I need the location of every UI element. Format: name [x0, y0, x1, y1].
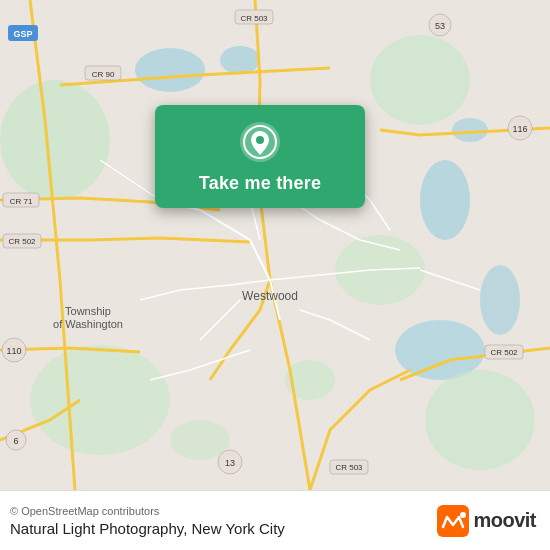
location-pin-icon — [239, 121, 281, 163]
svg-text:53: 53 — [435, 21, 445, 31]
bottom-bar: © OpenStreetMap contributors Natural Lig… — [0, 490, 550, 550]
svg-text:CR 503: CR 503 — [240, 14, 268, 23]
copyright-text: © OpenStreetMap contributors — [10, 505, 285, 517]
svg-point-3 — [420, 160, 470, 240]
svg-text:116: 116 — [512, 124, 527, 134]
svg-point-45 — [460, 512, 466, 518]
svg-text:CR 90: CR 90 — [92, 70, 115, 79]
take-me-there-button[interactable]: Take me there — [199, 173, 321, 194]
svg-point-6 — [480, 265, 520, 335]
svg-rect-44 — [437, 505, 469, 537]
svg-point-1 — [135, 48, 205, 92]
svg-point-7 — [0, 80, 110, 200]
svg-text:CR 503: CR 503 — [335, 463, 363, 472]
map-container: GSP CR 90 CR 503 53 CR 71 CR 502 116 110… — [0, 0, 550, 490]
svg-text:110: 110 — [6, 346, 21, 356]
svg-point-9 — [30, 345, 170, 455]
moovit-text: moovit — [473, 509, 536, 532]
svg-text:13: 13 — [225, 458, 235, 468]
location-name: Natural Light Photography, New York City — [10, 520, 285, 537]
svg-point-11 — [425, 370, 535, 470]
svg-text:CR 502: CR 502 — [8, 237, 36, 246]
svg-point-2 — [220, 46, 260, 74]
location-card: Take me there — [155, 105, 365, 208]
svg-point-8 — [370, 35, 470, 125]
svg-point-43 — [256, 136, 264, 144]
svg-text:of Washington: of Washington — [53, 318, 123, 330]
svg-text:CR 502: CR 502 — [490, 348, 518, 357]
svg-text:Westwood: Westwood — [242, 289, 298, 303]
svg-text:CR 71: CR 71 — [10, 197, 33, 206]
moovit-logo: moovit — [437, 505, 536, 537]
svg-point-4 — [452, 118, 488, 142]
svg-text:GSP: GSP — [13, 29, 32, 39]
svg-text:6: 6 — [13, 436, 18, 446]
moovit-icon — [437, 505, 469, 537]
bottom-left-info: © OpenStreetMap contributors Natural Lig… — [10, 505, 285, 537]
svg-text:Township: Township — [65, 305, 111, 317]
